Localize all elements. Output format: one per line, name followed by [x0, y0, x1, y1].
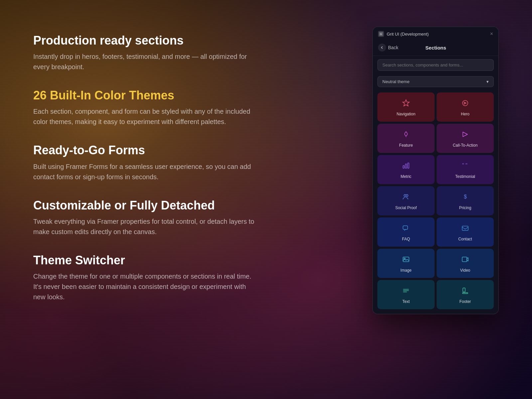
svg-rect-5 — [405, 164, 407, 168]
svg-rect-14 — [403, 257, 409, 262]
feature-desc-production: Instantly drop in heros, footers, testim… — [33, 52, 259, 72]
faq-icon — [402, 224, 410, 233]
svg-point-10 — [406, 195, 408, 197]
feature-label: Feature — [399, 143, 413, 148]
section-card-cta[interactable]: Call-To-Action — [437, 124, 494, 153]
faq-label: FAQ — [402, 237, 410, 241]
pricing-icon: $ — [461, 193, 469, 202]
back-button[interactable]: Back — [378, 44, 398, 52]
svg-rect-12 — [403, 226, 408, 229]
section-card-faq[interactable]: FAQ — [377, 217, 435, 247]
svg-point-9 — [404, 195, 406, 197]
section-card-footer[interactable]: Footer — [437, 280, 494, 309]
svg-point-2 — [463, 100, 468, 106]
svg-text:": " — [466, 163, 467, 168]
social-proof-label: Social Proof — [395, 205, 417, 210]
navigation-label: Navigation — [397, 112, 416, 116]
title-bar: G Grit UI (Development) × — [373, 27, 498, 41]
theme-dropdown[interactable]: Neutral theme ▾ — [377, 76, 494, 87]
feature-desc-themes: Each section, component, and form can be… — [33, 106, 259, 127]
feature-title-production: Production ready sections — [33, 33, 352, 48]
hero-icon — [461, 99, 469, 108]
search-bar — [373, 56, 498, 74]
image-icon — [402, 255, 410, 265]
feature-theme-switcher: Theme Switcher Change the theme for one … — [33, 253, 352, 302]
svg-rect-16 — [462, 257, 467, 262]
section-card-image[interactable]: Image — [377, 249, 435, 278]
section-card-contact[interactable]: Contact — [437, 217, 494, 247]
feature-desc-switcher: Change the theme for one or multiple com… — [33, 271, 259, 302]
chevron-down-icon: ▾ — [486, 79, 489, 84]
text-label: Text — [402, 299, 410, 304]
metric-label: Metric — [401, 174, 412, 179]
section-card-navigation[interactable]: Navigation — [377, 92, 435, 122]
feature-color-themes: 26 Built-In Color Themes Each section, c… — [33, 88, 352, 127]
testimonial-label: Testimonial — [455, 174, 475, 179]
main-content: Production ready sections Instantly drop… — [0, 0, 532, 399]
svg-rect-6 — [408, 163, 409, 168]
feature-production-ready: Production ready sections Instantly drop… — [33, 33, 352, 72]
title-bar-left: G Grit UI (Development) — [378, 31, 429, 37]
section-card-metric[interactable]: Metric — [377, 155, 435, 184]
left-panel: Production ready sections Instantly drop… — [33, 27, 352, 302]
sections-title: Sections — [425, 45, 446, 51]
svg-rect-20 — [463, 288, 465, 292]
pricing-label: Pricing — [459, 205, 471, 210]
nav-bar: Back Sections — [373, 41, 498, 56]
svg-text:G: G — [380, 33, 382, 35]
right-panel: G Grit UI (Development) × Back — [372, 27, 499, 314]
section-card-text[interactable]: Text — [377, 280, 435, 309]
section-card-social-proof[interactable]: Social Proof — [377, 186, 435, 215]
social-proof-icon — [402, 193, 410, 202]
feature-title-forms: Ready-to-Go Forms — [33, 143, 352, 157]
cta-label: Call-To-Action — [453, 143, 478, 148]
theme-selector: Neutral theme ▾ — [373, 74, 498, 90]
back-label: Back — [388, 45, 398, 50]
footer-icon — [461, 287, 469, 296]
feature-desc-custom: Tweak everything via Framer properties f… — [33, 216, 259, 237]
app-window: G Grit UI (Development) × Back — [372, 27, 499, 314]
search-input[interactable] — [377, 59, 494, 71]
svg-rect-21 — [463, 293, 468, 294]
svg-text:": " — [462, 163, 464, 168]
footer-label: Footer — [460, 299, 471, 304]
feature-icon — [402, 130, 410, 140]
section-card-video[interactable]: Video — [437, 249, 494, 278]
feature-customizable: Customizable or Fully Detached Tweak eve… — [33, 198, 352, 237]
close-button[interactable]: × — [490, 31, 493, 37]
video-label: Video — [460, 268, 470, 273]
back-arrow-icon — [378, 44, 386, 52]
contact-label: Contact — [458, 237, 472, 241]
feature-title-themes: 26 Built-In Color Themes — [33, 88, 352, 102]
svg-rect-4 — [403, 166, 404, 168]
feature-desc-forms: Built using Framer Forms for a seamless … — [33, 162, 259, 182]
app-title: Grit UI (Development) — [387, 32, 429, 37]
feature-title-custom: Customizable or Fully Detached — [33, 198, 352, 212]
feature-title-switcher: Theme Switcher — [33, 253, 352, 267]
hero-label: Hero — [461, 112, 469, 116]
contact-icon — [461, 224, 469, 233]
theme-selected: Neutral theme — [382, 79, 410, 84]
section-card-pricing[interactable]: $ Pricing — [437, 186, 494, 215]
video-icon — [461, 255, 469, 265]
sections-grid: Navigation Hero — [373, 90, 498, 314]
image-label: Image — [400, 268, 411, 273]
testimonial-icon: " " — [461, 162, 469, 171]
navigation-icon — [402, 99, 410, 108]
app-icon: G — [378, 31, 384, 37]
metric-icon — [402, 162, 410, 171]
section-card-feature[interactable]: Feature — [377, 124, 435, 153]
text-icon — [402, 287, 410, 296]
svg-text:$: $ — [464, 194, 467, 200]
svg-rect-13 — [462, 226, 468, 230]
section-card-testimonial[interactable]: " " Testimonial — [437, 155, 494, 184]
section-card-hero[interactable]: Hero — [437, 92, 494, 122]
cta-icon — [461, 130, 469, 140]
feature-forms: Ready-to-Go Forms Built using Framer For… — [33, 143, 352, 182]
